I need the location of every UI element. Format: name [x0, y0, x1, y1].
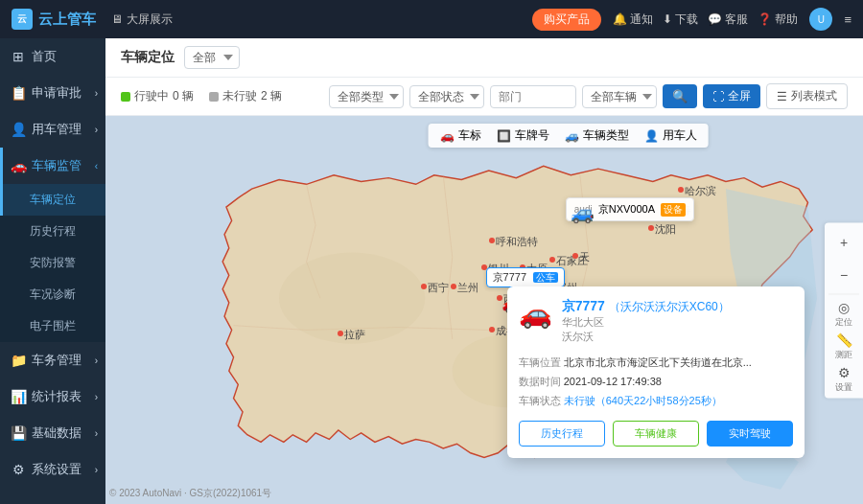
legend-driver[interactable]: 👤 用车人 [644, 127, 697, 144]
vehicle-sub-menu: 车辆定位 历史行程 安防报警 车况诊断 电子围栏 [0, 184, 105, 342]
driving-count: 0 辆 [173, 88, 194, 104]
popup-info: 车辆位置 北京市北京市海淀区北下关街道在北京... 数据时间 2021-09-1… [519, 354, 793, 410]
purchase-button[interactable]: 购买产品 [532, 9, 601, 31]
zoom-out-btn[interactable]: − [828, 259, 859, 289]
base-data-icon: 💾 [11, 425, 26, 441]
parked-dot [209, 92, 219, 102]
list-mode-button[interactable]: ☰ 列表模式 [766, 83, 848, 109]
main-layout: ⊞ 首页 📋 申请审批 › 👤 用车管理 › 🚗 车辆监管 ‹ 车辆定位 历史行… [0, 38, 863, 504]
map-container[interactable]: 🚗 车标 🔲 车牌号 🚙 车辆类型 👤 用车人 [105, 116, 863, 504]
popup-status-value: 未行驶（640天22小时58分25秒） [564, 395, 722, 406]
car-icon-v2[interactable]: 🚙 [571, 201, 595, 224]
ruler-label: 测距 [835, 348, 852, 360]
sidebar-item-task-label: 车务管理 [32, 352, 82, 369]
logo: 云 云上管车 [12, 9, 96, 30]
history-route-label: 历史行程 [30, 224, 76, 238]
user-mgmt-arrow: › [95, 125, 98, 135]
locate-icon: ◎ [838, 299, 850, 314]
popup-location-label: 车辆位置 [519, 356, 561, 368]
list-mode-label: 列表模式 [791, 88, 837, 104]
map-settings-btn[interactable]: ⚙ 设置 [828, 363, 859, 394]
vehicle-location-label: 车辆定位 [30, 193, 76, 206]
city-marker-沈阳 [648, 225, 654, 231]
sidebar-item-vehicle-mgmt[interactable]: 🚗 车辆监管 ‹ [0, 148, 105, 184]
user-mgmt-icon: 👤 [11, 122, 26, 137]
download-btn[interactable]: ⬇ 下载 [663, 11, 698, 28]
vehicle-select[interactable]: 全部车辆 [582, 85, 657, 108]
sidebar-sub-history-route[interactable]: 历史行程 [0, 216, 105, 247]
legend-vehicle-type[interactable]: 🚙 车辆类型 [565, 127, 629, 144]
zoom-in-btn[interactable]: + [828, 226, 859, 257]
sidebar-item-sys-settings[interactable]: ⚙ 系统设置 › [0, 451, 105, 488]
popup-realtime-btn[interactable]: 实时驾驶 [707, 421, 793, 447]
header-right: 购买产品 🔔 通知 ⬇ 下载 💬 客服 ❓ 帮助 U ≡ [532, 8, 851, 31]
vehicle-info-popup: 🚗 京7777 （沃尔沃沃尔沃XC60） 华北大区 沃尔沃 [507, 286, 805, 457]
vehicle-label-v1[interactable]: 京7777 公车 [486, 267, 566, 287]
sidebar-item-user-label: 用车管理 [32, 121, 82, 138]
locate-btn[interactable]: ◎ 定位 [828, 298, 859, 329]
v2-label-extra: 设备 [661, 203, 686, 217]
sidebar-item-vehicle-label: 车辆监管 [32, 157, 82, 174]
city-marker-成都 [489, 327, 495, 332]
fullscreen-icon: ⛶ [712, 90, 724, 103]
popup-time-label: 数据时间 [519, 376, 561, 387]
list-mode-icon: ☰ [777, 90, 787, 103]
fullscreen-button[interactable]: ⛶ 全屏 [703, 84, 760, 108]
legend-plate[interactable]: 🔲 车牌号 [497, 127, 549, 144]
task-mgmt-icon: 📁 [11, 353, 26, 368]
city-label-呼和浩特: 呼和浩特 [496, 235, 538, 249]
popup-title-section: 京7777 （沃尔沃沃尔沃XC60） 华北大区 沃尔沃 [562, 298, 730, 344]
popup-status-label: 车辆状态 [519, 395, 561, 406]
sidebar-item-base-data[interactable]: 💾 基础数据 › [0, 415, 105, 451]
sidebar: ⊞ 首页 📋 申请审批 › 👤 用车管理 › 🚗 车辆监管 ‹ 车辆定位 历史行… [0, 38, 105, 504]
vehicle-mgmt-icon: 🚗 [11, 158, 26, 173]
scope-select[interactable]: 全部 [184, 46, 240, 69]
sidebar-sub-safety-warning[interactable]: 安防报警 [0, 247, 105, 279]
popup-history-btn[interactable]: 历史行程 [519, 421, 605, 447]
legend-vehicle-label[interactable]: 🚗 车标 [440, 127, 481, 144]
sidebar-item-user-mgmt[interactable]: 👤 用车管理 › [0, 111, 105, 148]
parked-count: 2 辆 [261, 88, 282, 104]
page-title: 车辆定位 [121, 49, 175, 66]
avatar[interactable]: U [809, 8, 832, 31]
notice-btn[interactable]: 🔔 通知 [613, 11, 653, 28]
city-label-哈尔滨: 哈尔滨 [685, 184, 716, 198]
content-area: 车辆定位 全部 行驶中 0 辆 未行驶 2 辆 全部类型 [105, 38, 863, 504]
base-data-arrow: › [95, 428, 98, 439]
service-btn[interactable]: 💬 客服 [708, 11, 748, 28]
logo-icon: 云 [12, 9, 33, 30]
v2-plate: 京NXV000A [598, 202, 655, 217]
v1-label-extra: 公车 [533, 272, 558, 283]
zoom-in-icon: + [840, 234, 848, 249]
sidebar-item-task-mgmt[interactable]: 📁 车务管理 › [0, 342, 105, 378]
header: 云 云上管车 🖥 大屏展示 购买产品 🔔 通知 ⬇ 下载 💬 客服 ❓ 帮助 U… [0, 0, 863, 38]
map-settings-icon: ⚙ [838, 364, 851, 379]
help-btn[interactable]: ❓ 帮助 [758, 11, 798, 28]
sidebar-item-stats[interactable]: 📊 统计报表 › [0, 378, 105, 415]
sidebar-sub-vehicle-diagnose[interactable]: 车况诊断 [0, 279, 105, 310]
dept-input[interactable] [490, 85, 576, 108]
screen-btn[interactable]: 🖥 大屏展示 [111, 11, 173, 28]
zoom-out-icon: − [840, 266, 848, 282]
city-label-拉萨: 拉萨 [344, 328, 365, 342]
sidebar-sub-vehicle-location[interactable]: 车辆定位 [0, 184, 105, 216]
sidebar-item-stats-label: 统计报表 [32, 388, 82, 405]
menu-icon[interactable]: ≡ [844, 12, 851, 27]
safety-warning-label: 安防报警 [30, 256, 76, 269]
city-marker-天 [572, 253, 578, 259]
status-select[interactable]: 全部状态 [409, 85, 484, 108]
popup-health-btn[interactable]: 车辆健康 [613, 421, 699, 447]
popup-sub-dept: 沃尔沃 [562, 330, 730, 344]
ruler-btn[interactable]: 📏 测距 [828, 331, 859, 361]
search-button[interactable]: 🔍 [663, 84, 697, 108]
popup-plate: 京7777 （沃尔沃沃尔沃XC60） [562, 298, 730, 315]
sidebar-item-approve[interactable]: 📋 申请审批 › [0, 75, 105, 111]
map-copyright: © 2023 AutoNavi · GS京(2022)1061号 [109, 487, 271, 500]
sidebar-item-home[interactable]: ⊞ 首页 [0, 38, 105, 75]
approve-arrow: › [95, 88, 98, 99]
sidebar-sub-e-fence[interactable]: 电子围栏 [0, 310, 105, 342]
vehicle-mgmt-arrow: ‹ [95, 161, 98, 172]
filter-selects: 全部类型 全部状态 全部车辆 🔍 ⛶ 全屏 ☰ 列表模式 [329, 83, 848, 109]
type-select[interactable]: 全部类型 [329, 85, 404, 108]
city-marker-石家庄 [549, 257, 555, 263]
